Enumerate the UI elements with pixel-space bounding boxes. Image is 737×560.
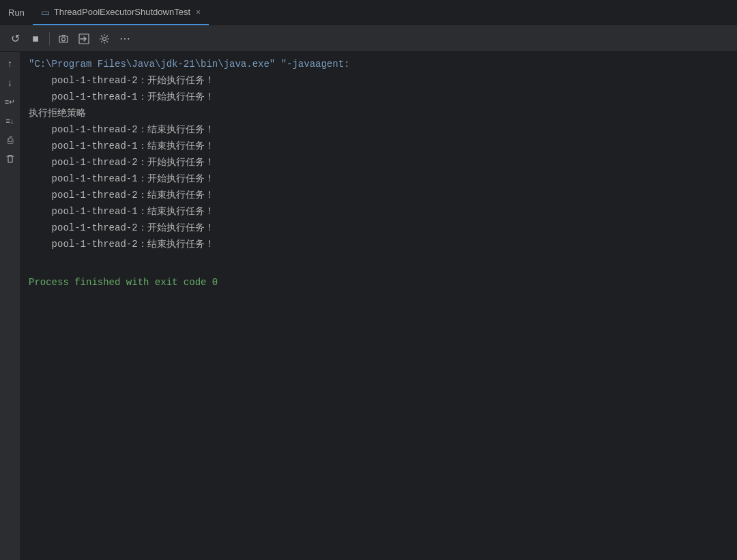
stop-button[interactable]: ■ (26, 29, 45, 48)
svg-rect-0 (59, 36, 68, 42)
console-line: pool-1-thread-1：开始执行任务！ (20, 89, 737, 105)
console-line: 执行拒绝策略 (20, 105, 737, 121)
soft-wrap-button[interactable]: ≡↵ (1, 93, 19, 110)
scroll-up-button[interactable]: ↑ (1, 55, 19, 72)
svg-point-3 (103, 37, 106, 40)
more-button[interactable]: ⋯ (115, 29, 134, 48)
run-tab[interactable]: Run (0, 0, 33, 25)
process-finished-line: Process finished with exit code 0 (20, 274, 737, 291)
redirect-button[interactable] (74, 29, 93, 48)
print-button[interactable]: ⎙ (1, 131, 19, 149)
snapshot-button[interactable] (54, 29, 73, 48)
clear-button[interactable] (1, 150, 19, 168)
toolbar-separator (49, 32, 50, 46)
rerun-button[interactable]: ↺ (5, 29, 25, 48)
scroll-down-button[interactable]: ↓ (1, 74, 19, 91)
toolbar: ↺ ■ ⋯ (0, 26, 737, 52)
console-line: pool-1-thread-2：开始执行任务！ (20, 220, 737, 236)
console-line: pool-1-thread-2：结束执行任务！ (20, 187, 737, 203)
console-line: pool-1-thread-1：结束执行任务！ (20, 203, 737, 220)
console-spacer (20, 252, 737, 263)
console-line: pool-1-thread-1：开始执行任务！ (20, 171, 737, 187)
svg-point-1 (62, 38, 66, 41)
settings-button[interactable] (95, 29, 114, 48)
console-line: pool-1-thread-2：结束执行任务！ (20, 236, 737, 252)
tab-close-icon[interactable]: × (196, 8, 201, 16)
active-tab[interactable]: ▭ ThreadPoolExecutorShutdownTest × (33, 0, 209, 25)
side-panel: ↑ ↓ ≡↵ ≡↓ ⎙ (0, 52, 20, 560)
tab-bar: Run ▭ ThreadPoolExecutorShutdownTest × (0, 0, 737, 26)
tab-icon: ▭ (41, 7, 50, 18)
main-area: ↑ ↓ ≡↵ ≡↓ ⎙ "C:\Program Files\Java\jdk-2… (0, 52, 737, 560)
console-line: "C:\Program Files\Java\jdk-21\bin\java.e… (20, 56, 737, 72)
console-line: pool-1-thread-2：开始执行任务！ (20, 72, 737, 89)
console-line: pool-1-thread-2：开始执行任务！ (20, 154, 737, 171)
tab-name: ThreadPoolExecutorShutdownTest (54, 7, 190, 17)
auto-scroll-button[interactable]: ≡↓ (1, 112, 19, 130)
console-area[interactable]: "C:\Program Files\Java\jdk-21\bin\java.e… (20, 52, 737, 560)
console-line: pool-1-thread-2：结束执行任务！ (20, 121, 737, 138)
console-line: pool-1-thread-1：结束执行任务！ (20, 138, 737, 154)
